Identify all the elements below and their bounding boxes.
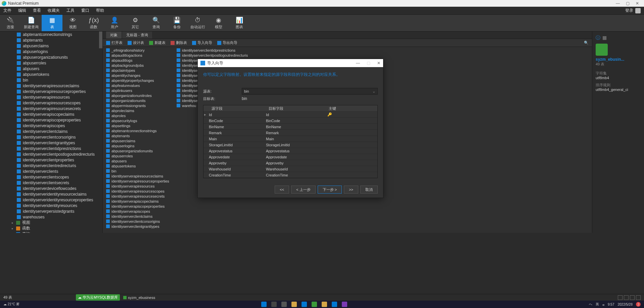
dialog-minimize-icon[interactable]: — [356, 61, 360, 65]
sidebar-table-item[interactable]: abpuserlogins [0, 49, 102, 54]
layout-btn-3[interactable] [630, 295, 635, 300]
object-item[interactable]: identityserverapiresourceclaims [103, 173, 173, 178]
object-item[interactable]: identityserverclientgranttypes [103, 224, 173, 229]
menu-edit[interactable]: 编辑 [18, 8, 26, 13]
prev-button[interactable]: < 上一步 [291, 186, 315, 194]
app-icon[interactable] [322, 302, 327, 307]
tab[interactable]: 对象 [106, 32, 122, 39]
sidebar-table-item[interactable]: identityserverapiresourceclaims [0, 83, 102, 89]
sidebar-table-item[interactable]: identityserverclientidprestrictions [0, 146, 102, 151]
object-item[interactable]: identityserverapiresourcesecrets [103, 194, 173, 199]
first-button[interactable]: << [275, 186, 289, 194]
toolbar-新建查询[interactable]: 📄新建查询 [21, 15, 42, 31]
sidebar-table-item[interactable]: identityserverclientpostlogoutredirectur… [0, 151, 102, 157]
toolbar-视图[interactable]: 👁视图 [62, 15, 83, 31]
sidebar-table-item[interactable]: abptenants [0, 37, 102, 43]
mapping-row[interactable]: ▸ Id Id 🔑 [203, 111, 377, 117]
menu-help[interactable]: 帮助 [96, 8, 104, 13]
object-item[interactable]: abporganizationunitroles [103, 93, 173, 98]
object-item[interactable]: abpsettings [103, 123, 173, 128]
mapping-row[interactable]: Approvestatus Approvestatus [203, 148, 377, 154]
object-item[interactable]: abpauditlogs [103, 58, 173, 63]
last-button[interactable]: >> [344, 186, 358, 194]
explorer-icon[interactable] [291, 302, 297, 307]
minimize-icon[interactable]: — [616, 1, 620, 6]
ime-mode[interactable]: ⴰ [602, 303, 604, 306]
dialog-close-icon[interactable]: ✕ [377, 61, 380, 65]
layout-btn-1[interactable] [618, 295, 623, 300]
sidebar-table-item[interactable]: abpuserroles [0, 60, 102, 66]
mapping-row[interactable]: Remark Remark [203, 130, 377, 136]
sidebar-table-item[interactable]: identityserveridentityresources [0, 203, 102, 208]
sidebar-table-item[interactable]: identityserverapiresourcesecrets [0, 106, 102, 111]
mapping-row[interactable]: BinCode BinCode [203, 117, 377, 123]
sidebar-table-item[interactable]: abptenantconnectionstrings [0, 32, 102, 37]
grid-icon[interactable]: ▦ [602, 35, 607, 41]
sidebar-table-item[interactable]: identityserverapiscopes [0, 123, 102, 129]
menu-favorites[interactable]: 收藏夹 [48, 8, 60, 13]
object-item[interactable]: abpuserlogins [103, 143, 173, 148]
tool-button[interactable]: 删除表 [171, 40, 187, 45]
tray-expand-icon[interactable]: へ [589, 302, 592, 307]
search-icon[interactable] [271, 302, 277, 307]
mapping-row[interactable]: Main Main [203, 136, 377, 142]
sidebar-table-item[interactable]: identityserverclients [0, 168, 102, 174]
sidebar-table-item[interactable]: identityserverpersistedgrants [0, 208, 102, 214]
object-item[interactable]: abpauditlogactions [103, 53, 173, 58]
object-item[interactable]: abpuserclaims [103, 138, 173, 143]
mapping-row[interactable]: WarehouseId WarehouseId [203, 166, 377, 172]
toolbar-查询[interactable]: 🔍查询 [146, 15, 167, 31]
sidebar-table-item[interactable]: abpuserclaims [0, 43, 102, 49]
toolbar-模型[interactable]: ◉模型 [208, 15, 229, 31]
toolbar-表[interactable]: ▦表 [42, 15, 62, 31]
taskview-icon[interactable] [281, 302, 287, 307]
sidebar-table-item[interactable]: identityserverclientgranttypes [0, 140, 102, 146]
object-item[interactable]: abplinkusers [103, 88, 173, 93]
object-item[interactable]: abpentitypropertychanges [103, 78, 173, 83]
toolbar-用户[interactable]: 👤用户 [104, 15, 125, 31]
sidebar-table-item[interactable]: identityserverdeviceflowcodes [0, 186, 102, 191]
source-table-select[interactable]: bin ⌄ [242, 88, 378, 95]
weather-widget[interactable]: ☁ 21°C 雾 [3, 302, 19, 307]
sidebar-table-item[interactable]: identityserverapiresourceproperties [0, 89, 102, 94]
cancel-button[interactable]: 取消 [360, 186, 378, 194]
object-item[interactable]: identityserverclientclaims [103, 214, 173, 219]
toolbar-备份[interactable]: 💾备份 [167, 15, 187, 31]
sidebar-table-item[interactable]: identityserverapiscopeproperties [0, 117, 102, 123]
wechat-icon[interactable] [312, 302, 317, 307]
object-item[interactable]: abpclaimtypes [103, 68, 173, 73]
object-item[interactable]: abptenants [103, 133, 173, 138]
search-icon[interactable]: 🔍 [584, 41, 589, 45]
object-item[interactable]: identityserverapiscopes [103, 209, 173, 214]
user-avatar-icon[interactable] [635, 8, 641, 13]
sidebar-table-item[interactable]: identityserverclientsecrets [0, 180, 102, 186]
object-item[interactable]: abporganizationunits [103, 98, 173, 103]
object-item[interactable]: abproleclaims [103, 108, 173, 113]
sidebar-table-item[interactable]: identityserveridentityresourceproperties [0, 197, 102, 203]
object-item[interactable]: abptenantconnectionstrings [103, 128, 173, 133]
sidebar-table-item[interactable]: identityserverapiresourcescopes [0, 100, 102, 106]
object-item[interactable]: abpbackgroundjobs [103, 63, 173, 68]
sidebar-table-item[interactable]: warehouses [0, 214, 102, 220]
object-item[interactable]: identityserverapiresourcescopes [103, 189, 173, 194]
tool-button[interactable]: 设计表 [128, 40, 144, 45]
mapping-row[interactable]: Approvedate Approvedate [203, 154, 377, 160]
sidebar-folder-item[interactable]: 查询 [0, 231, 102, 233]
object-item[interactable]: abpusers [103, 158, 173, 163]
sidebar-table-item[interactable]: abpuserorganizationunits [0, 54, 102, 60]
close-icon[interactable]: ✕ [636, 1, 639, 6]
toolbar-其它[interactable]: ⚙其它 [125, 15, 146, 31]
menu-tools[interactable]: 工具 [66, 8, 75, 13]
sidebar-table-item[interactable]: abpusers [0, 66, 102, 71]
menu-file[interactable]: 文件 [3, 8, 11, 13]
object-item[interactable]: _efmigrationshistory [103, 48, 173, 53]
sidebar-table-item[interactable]: identityserverclientscopes [0, 174, 102, 180]
mapping-row[interactable]: StorageLimitId StorageLimitId [203, 142, 377, 148]
clock-date[interactable]: 2022/5/28 [618, 303, 633, 306]
sidebar-table-item[interactable]: identityserverclientclaims [0, 129, 102, 134]
vs-icon[interactable] [342, 302, 347, 307]
toolbar-连接[interactable]: 🔌连接 [0, 15, 21, 31]
tool-button[interactable]: 打开表 [106, 40, 123, 45]
layout-btn-2[interactable] [624, 295, 629, 300]
object-item[interactable]: identityserverapiscopeproperties [103, 204, 173, 209]
